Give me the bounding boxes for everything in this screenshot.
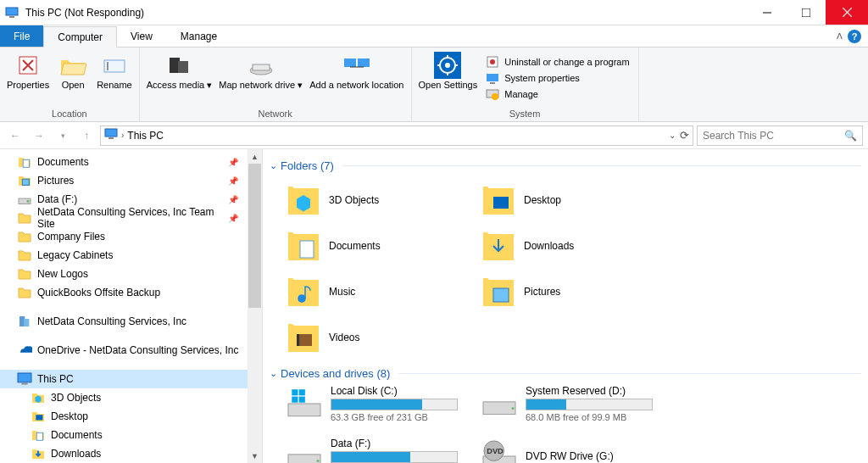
folder-item[interactable]: Downloads — [481, 223, 676, 269]
help-icon[interactable]: ? — [848, 30, 861, 43]
tab-computer[interactable]: Computer — [43, 26, 117, 47]
folder-item[interactable]: Documents — [287, 223, 481, 269]
folder-label: Desktop — [524, 194, 561, 206]
sidebar-item-onedrive[interactable]: OneDrive - NetData Consulting Services, … — [0, 341, 262, 360]
drive-icon — [17, 192, 32, 207]
refresh-button[interactable]: ⟳ — [680, 129, 689, 142]
svg-rect-26 — [490, 82, 495, 84]
sidebar-item-label: New Logos — [37, 268, 88, 280]
sidebar-item-label: This PC — [37, 373, 74, 385]
nav-forward-button[interactable]: → — [29, 126, 49, 146]
drive-name: DVD RW Drive (G:) — [526, 450, 676, 462]
documents-icon — [31, 427, 46, 443]
address-dropdown-button[interactable]: ⌄ — [669, 131, 676, 140]
svg-rect-50 — [299, 389, 305, 395]
svg-point-24 — [490, 59, 495, 64]
drives-group-header[interactable]: ⌄ Devices and drives (8) — [270, 367, 868, 380]
folder-icon — [17, 248, 32, 263]
map-drive-button[interactable]: Map network drive ▾ — [215, 49, 306, 107]
add-network-location-button[interactable]: Add a network location — [306, 49, 407, 107]
sidebar-item-label: NetData Consulting Services, Inc Team Si… — [37, 206, 223, 230]
titlebar: This PC (Not Responding) — [0, 0, 868, 25]
pin-icon: 📌 — [228, 158, 238, 167]
folder-label: Downloads — [524, 240, 574, 252]
rename-button[interactable]: Rename — [93, 49, 136, 107]
nav-back-button[interactable]: ← — [5, 126, 25, 146]
sidebar-item[interactable]: QuickBooks Offsite Backup — [0, 283, 262, 302]
sidebar-item-label: Company Files — [37, 231, 105, 243]
drive-item[interactable]: System Reserved (D:)68.0 MB free of 99.9… — [481, 385, 676, 422]
nav-up-button[interactable]: ↑ — [76, 126, 97, 146]
svg-rect-43 — [300, 241, 314, 258]
scroll-up-icon[interactable]: ▲ — [248, 149, 262, 164]
folder-icon — [17, 210, 32, 226]
svg-rect-0 — [6, 8, 18, 15]
sidebar-scrollbar[interactable]: ▲ ▼ — [248, 149, 262, 463]
folder-item[interactable]: Videos — [287, 315, 481, 360]
drive-name: System Reserved (D:) — [526, 385, 676, 397]
uninstall-program-button[interactable]: Uninstall or change a program — [486, 55, 629, 69]
maximize-button[interactable] — [787, 0, 826, 25]
open-settings-button[interactable]: Open Settings — [415, 49, 481, 107]
ribbon-group-location: Properties Open Rename Location — [0, 47, 140, 121]
svg-rect-37 — [18, 373, 31, 382]
address-bar[interactable]: › This PC ⌄ ⟳ — [100, 126, 693, 146]
system-properties-button[interactable]: System properties — [486, 71, 629, 85]
sidebar-item-this-pc[interactable]: This PC — [0, 370, 262, 388]
folder-item[interactable]: Music — [287, 269, 481, 315]
folders-group-header[interactable]: ⌄ Folders (7) — [270, 159, 868, 172]
properties-button[interactable]: Properties — [3, 49, 53, 107]
drive-name: Data (F:) — [331, 438, 481, 449]
sidebar-item[interactable]: Documents📌 — [0, 153, 262, 171]
chevron-down-icon: ⌄ — [270, 160, 277, 171]
drive-item[interactable]: Local Disk (C:)63.3 GB free of 231 GB — [287, 385, 481, 422]
dvd-drive-icon: DVD — [481, 438, 517, 463]
manage-button[interactable]: Manage — [486, 87, 629, 101]
sidebar-item[interactable]: NetData Consulting Services, Inc Team Si… — [0, 209, 262, 227]
ribbon-group-network: Access media ▾ Map network drive ▾ Add a… — [140, 47, 412, 121]
sidebar-item[interactable]: Company Files — [0, 227, 262, 246]
svg-point-28 — [492, 93, 498, 100]
svg-rect-47 — [297, 334, 299, 346]
access-media-button[interactable]: Access media ▾ — [143, 49, 216, 107]
ribbon-collapse-icon[interactable]: ᐱ — [837, 31, 843, 41]
ribbon: Properties Open Rename Location Access m… — [0, 47, 868, 122]
search-input[interactable]: Search This PC 🔍 — [697, 126, 863, 146]
folder-item[interactable]: Desktop — [481, 177, 676, 223]
scroll-thumb[interactable] — [248, 164, 261, 308]
drive-item[interactable]: Data (F:)110 GB free of 297 GB — [287, 438, 481, 463]
sidebar-item[interactable]: 3D Objects — [0, 388, 262, 407]
sidebar-item[interactable]: Documents — [0, 426, 262, 444]
chevron-down-icon: ▾ — [207, 80, 212, 90]
sidebar-item-netdata[interactable]: NetData Consulting Services, Inc — [0, 312, 262, 331]
svg-rect-25 — [487, 74, 498, 81]
sidebar-item[interactable]: Downloads — [0, 444, 262, 463]
folder-label: Pictures — [524, 286, 560, 298]
folder-item[interactable]: Pictures — [481, 269, 676, 315]
svg-point-34 — [27, 200, 30, 203]
drive-name: Local Disk (C:) — [331, 385, 481, 397]
sidebar-item[interactable]: Legacy Cabinets — [0, 246, 262, 265]
3d-icon — [31, 390, 46, 405]
recent-locations-button[interactable]: ▾ — [53, 126, 73, 146]
pictures-icon — [17, 173, 32, 188]
sidebar-item[interactable]: Pictures📌 — [0, 171, 262, 190]
folder-item[interactable]: 3D Objects — [287, 177, 481, 223]
tab-file[interactable]: File — [0, 25, 43, 47]
sidebar-item[interactable]: Desktop — [0, 407, 262, 426]
address-bar-row: ← → ▾ ↑ › This PC ⌄ ⟳ Search This PC 🔍 — [0, 122, 868, 149]
breadcrumb-item[interactable]: This PC — [127, 130, 164, 142]
tab-manage[interactable]: Manage — [167, 25, 231, 47]
svg-rect-52 — [299, 397, 305, 403]
pin-icon: 📌 — [228, 176, 238, 186]
drive-item[interactable]: DVDDVD RW Drive (G:) — [481, 438, 676, 463]
minimize-button[interactable] — [748, 0, 787, 25]
open-button[interactable]: Open — [53, 49, 93, 107]
svg-rect-53 — [483, 402, 515, 415]
svg-rect-45 — [493, 288, 509, 302]
tab-view[interactable]: View — [117, 25, 167, 47]
sidebar-item[interactable]: New Logos — [0, 265, 262, 283]
close-button[interactable] — [826, 0, 868, 25]
scroll-down-icon[interactable]: ▼ — [248, 449, 262, 463]
pictures-icon — [481, 275, 515, 309]
